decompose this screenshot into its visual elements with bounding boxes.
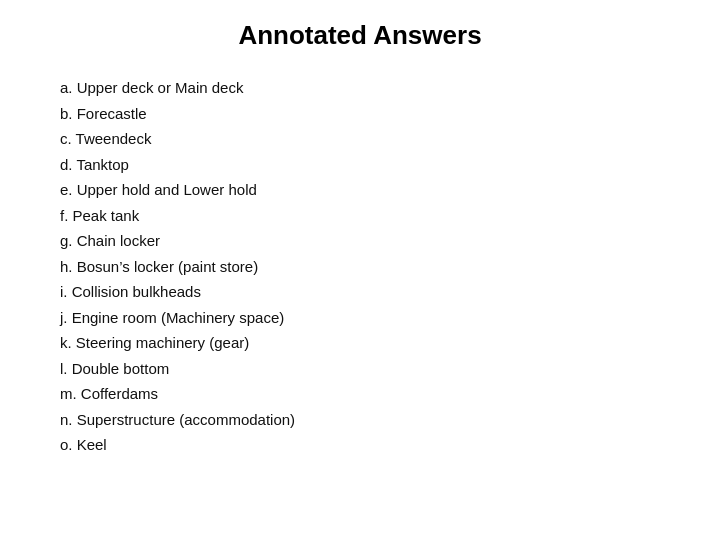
list-item: g. Chain locker: [60, 228, 680, 254]
list-item: m. Cofferdams: [60, 381, 680, 407]
list-item: a. Upper deck or Main deck: [60, 75, 680, 101]
list-item: l. Double bottom: [60, 356, 680, 382]
list-item: n. Superstructure (accommodation): [60, 407, 680, 433]
list-item: o. Keel: [60, 432, 680, 458]
list-item: e. Upper hold and Lower hold: [60, 177, 680, 203]
list-item: k. Steering machinery (gear): [60, 330, 680, 356]
list-item: j. Engine room (Machinery space): [60, 305, 680, 331]
page-title: Annotated Answers: [238, 20, 481, 51]
list-item: i. Collision bulkheads: [60, 279, 680, 305]
list-item: h. Bosun’s locker (paint store): [60, 254, 680, 280]
answers-list: a. Upper deck or Main deckb. Forecastlec…: [40, 75, 680, 458]
list-item: d. Tanktop: [60, 152, 680, 178]
list-item: f. Peak tank: [60, 203, 680, 229]
list-item: b. Forecastle: [60, 101, 680, 127]
list-item: c. Tweendeck: [60, 126, 680, 152]
